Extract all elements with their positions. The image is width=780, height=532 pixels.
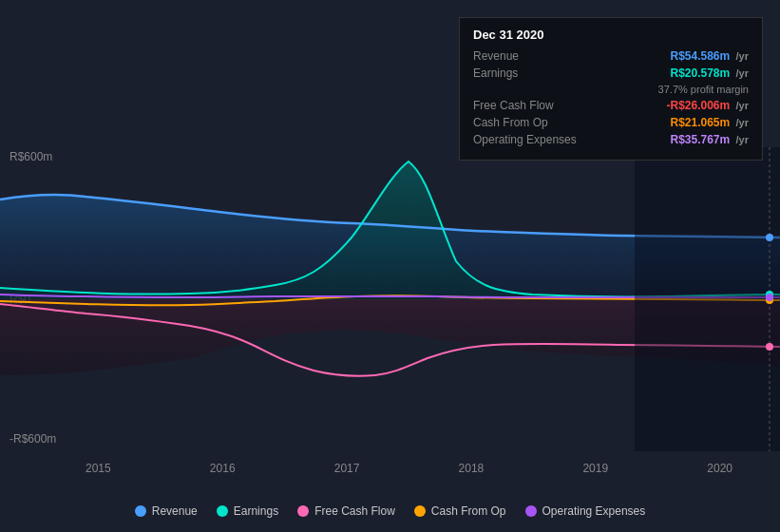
x-label-2016: 2016 — [210, 462, 236, 475]
legend-label-opex: Operating Expenses — [542, 504, 646, 518]
x-label-2015: 2015 — [86, 462, 111, 475]
legend-dot-opex — [525, 505, 537, 517]
tooltip-row-profit-margin: 37.7% profit margin — [473, 84, 749, 95]
legend-item-earnings[interactable]: Earnings — [217, 504, 278, 518]
tooltip-value-opex: R$35.767m /yr — [670, 133, 749, 146]
tooltip-row-earnings: Earnings R$20.578m /yr — [473, 66, 749, 80]
legend-dot-earnings — [217, 505, 228, 517]
tooltip-label-cfo: Cash From Op — [473, 116, 587, 129]
x-label-2018: 2018 — [459, 462, 485, 475]
chart-area — [0, 147, 780, 480]
tooltip-panel: Dec 31 2020 Revenue R$54.586m /yr Earnin… — [459, 17, 763, 161]
tooltip-profit-margin: 37.7% profit margin — [658, 84, 749, 95]
legend-label-fcf: Free Cash Flow — [314, 504, 395, 518]
tooltip-value-cfo: R$21.065m /yr — [670, 116, 749, 129]
x-label-2019: 2019 — [582, 462, 608, 475]
svg-point-3 — [766, 234, 773, 241]
tooltip-label-earnings: Earnings — [473, 66, 587, 80]
tooltip-value-fcf: -R$26.006m /yr — [666, 99, 749, 112]
tooltip-row-opex: Operating Expenses R$35.767m /yr — [473, 133, 749, 146]
x-label-2020: 2020 — [707, 462, 732, 475]
legend-dot-cfo — [414, 505, 426, 517]
legend-label-earnings: Earnings — [234, 504, 278, 518]
tooltip-title: Dec 31 2020 — [473, 28, 749, 42]
legend-label-cfo: Cash From Op — [431, 504, 506, 518]
svg-point-5 — [766, 343, 773, 351]
legend-dot-fcf — [297, 505, 309, 517]
x-label-2017: 2017 — [334, 462, 360, 475]
tooltip-value-revenue: R$54.586m /yr — [670, 49, 749, 63]
legend: Revenue Earnings Free Cash Flow Cash Fro… — [0, 504, 780, 518]
tooltip-row-cfo: Cash From Op R$21.065m /yr — [473, 116, 749, 129]
legend-item-fcf[interactable]: Free Cash Flow — [297, 504, 395, 518]
tooltip-label-opex: Operating Expenses — [473, 133, 587, 146]
legend-item-opex[interactable]: Operating Expenses — [525, 504, 646, 518]
svg-point-7 — [766, 294, 773, 301]
x-axis: 2015 2016 2017 2018 2019 2020 — [48, 462, 770, 475]
svg-rect-1 — [635, 147, 780, 451]
tooltip-row-fcf: Free Cash Flow -R$26.006m /yr — [473, 99, 749, 112]
tooltip-label-revenue: Revenue — [473, 49, 587, 63]
tooltip-label-fcf: Free Cash Flow — [473, 99, 587, 112]
tooltip-value-earnings: R$20.578m /yr — [670, 66, 749, 80]
legend-item-revenue[interactable]: Revenue — [135, 504, 198, 518]
tooltip-row-revenue: Revenue R$54.586m /yr — [473, 49, 749, 63]
legend-dot-revenue — [135, 505, 146, 517]
legend-item-cfo[interactable]: Cash From Op — [414, 504, 506, 518]
legend-label-revenue: Revenue — [152, 504, 198, 518]
